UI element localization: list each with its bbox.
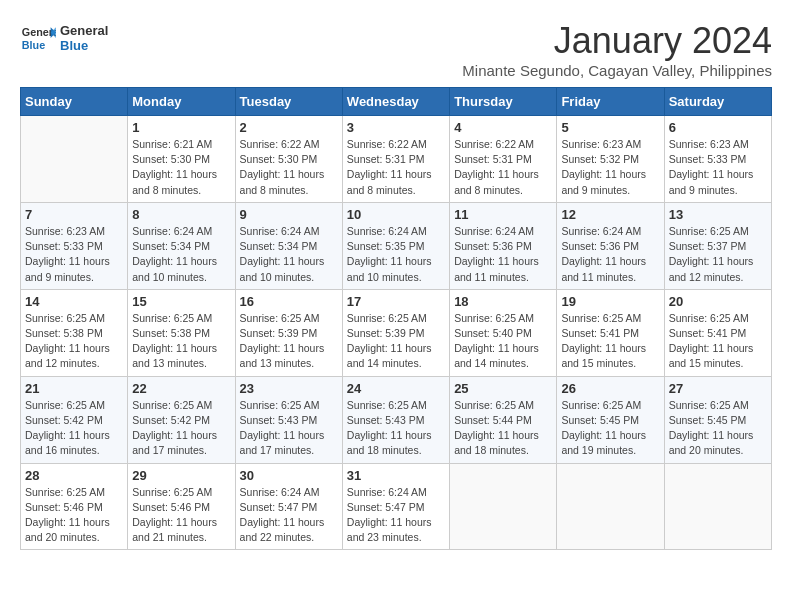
day-info: Sunrise: 6:24 AMSunset: 5:34 PMDaylight:… — [240, 224, 338, 285]
day-number: 2 — [240, 120, 338, 135]
day-number: 16 — [240, 294, 338, 309]
day-info: Sunrise: 6:25 AMSunset: 5:44 PMDaylight:… — [454, 398, 552, 459]
day-cell: 14Sunrise: 6:25 AMSunset: 5:38 PMDayligh… — [21, 289, 128, 376]
subtitle: Minante Segundo, Cagayan Valley, Philipp… — [462, 62, 772, 79]
day-info: Sunrise: 6:24 AMSunset: 5:36 PMDaylight:… — [454, 224, 552, 285]
day-number: 25 — [454, 381, 552, 396]
day-info: Sunrise: 6:25 AMSunset: 5:41 PMDaylight:… — [669, 311, 767, 372]
day-number: 19 — [561, 294, 659, 309]
day-info: Sunrise: 6:25 AMSunset: 5:37 PMDaylight:… — [669, 224, 767, 285]
day-cell — [557, 463, 664, 550]
week-row-5: 28Sunrise: 6:25 AMSunset: 5:46 PMDayligh… — [21, 463, 772, 550]
week-row-1: 1Sunrise: 6:21 AMSunset: 5:30 PMDaylight… — [21, 116, 772, 203]
day-cell: 21Sunrise: 6:25 AMSunset: 5:42 PMDayligh… — [21, 376, 128, 463]
day-number: 10 — [347, 207, 445, 222]
day-cell: 26Sunrise: 6:25 AMSunset: 5:45 PMDayligh… — [557, 376, 664, 463]
day-cell: 24Sunrise: 6:25 AMSunset: 5:43 PMDayligh… — [342, 376, 449, 463]
day-info: Sunrise: 6:23 AMSunset: 5:33 PMDaylight:… — [25, 224, 123, 285]
day-info: Sunrise: 6:24 AMSunset: 5:36 PMDaylight:… — [561, 224, 659, 285]
day-number: 30 — [240, 468, 338, 483]
day-info: Sunrise: 6:23 AMSunset: 5:33 PMDaylight:… — [669, 137, 767, 198]
title-section: January 2024 Minante Segundo, Cagayan Va… — [462, 20, 772, 79]
logo: General Blue General Blue — [20, 20, 108, 56]
day-info: Sunrise: 6:25 AMSunset: 5:46 PMDaylight:… — [132, 485, 230, 546]
day-cell: 25Sunrise: 6:25 AMSunset: 5:44 PMDayligh… — [450, 376, 557, 463]
day-cell: 29Sunrise: 6:25 AMSunset: 5:46 PMDayligh… — [128, 463, 235, 550]
day-info: Sunrise: 6:24 AMSunset: 5:47 PMDaylight:… — [240, 485, 338, 546]
col-header-wednesday: Wednesday — [342, 88, 449, 116]
day-number: 21 — [25, 381, 123, 396]
day-number: 14 — [25, 294, 123, 309]
day-number: 12 — [561, 207, 659, 222]
day-cell: 4Sunrise: 6:22 AMSunset: 5:31 PMDaylight… — [450, 116, 557, 203]
day-cell: 28Sunrise: 6:25 AMSunset: 5:46 PMDayligh… — [21, 463, 128, 550]
day-cell: 16Sunrise: 6:25 AMSunset: 5:39 PMDayligh… — [235, 289, 342, 376]
day-cell: 7Sunrise: 6:23 AMSunset: 5:33 PMDaylight… — [21, 202, 128, 289]
day-number: 5 — [561, 120, 659, 135]
day-info: Sunrise: 6:25 AMSunset: 5:40 PMDaylight:… — [454, 311, 552, 372]
day-cell: 17Sunrise: 6:25 AMSunset: 5:39 PMDayligh… — [342, 289, 449, 376]
svg-text:Blue: Blue — [22, 39, 45, 51]
col-header-friday: Friday — [557, 88, 664, 116]
day-number: 8 — [132, 207, 230, 222]
day-cell: 20Sunrise: 6:25 AMSunset: 5:41 PMDayligh… — [664, 289, 771, 376]
day-cell: 2Sunrise: 6:22 AMSunset: 5:30 PMDaylight… — [235, 116, 342, 203]
day-number: 29 — [132, 468, 230, 483]
day-number: 4 — [454, 120, 552, 135]
day-cell — [21, 116, 128, 203]
day-number: 31 — [347, 468, 445, 483]
day-cell: 18Sunrise: 6:25 AMSunset: 5:40 PMDayligh… — [450, 289, 557, 376]
day-info: Sunrise: 6:25 AMSunset: 5:38 PMDaylight:… — [132, 311, 230, 372]
day-cell: 15Sunrise: 6:25 AMSunset: 5:38 PMDayligh… — [128, 289, 235, 376]
logo-general-text: General — [60, 23, 108, 38]
day-number: 11 — [454, 207, 552, 222]
day-number: 22 — [132, 381, 230, 396]
day-number: 20 — [669, 294, 767, 309]
day-cell: 10Sunrise: 6:24 AMSunset: 5:35 PMDayligh… — [342, 202, 449, 289]
day-info: Sunrise: 6:25 AMSunset: 5:45 PMDaylight:… — [561, 398, 659, 459]
day-cell: 11Sunrise: 6:24 AMSunset: 5:36 PMDayligh… — [450, 202, 557, 289]
col-header-saturday: Saturday — [664, 88, 771, 116]
day-info: Sunrise: 6:25 AMSunset: 5:42 PMDaylight:… — [132, 398, 230, 459]
day-info: Sunrise: 6:24 AMSunset: 5:35 PMDaylight:… — [347, 224, 445, 285]
logo-blue-text: Blue — [60, 38, 108, 53]
logo-icon: General Blue — [20, 20, 56, 56]
calendar-table: SundayMondayTuesdayWednesdayThursdayFrid… — [20, 87, 772, 550]
day-number: 28 — [25, 468, 123, 483]
day-info: Sunrise: 6:22 AMSunset: 5:31 PMDaylight:… — [454, 137, 552, 198]
day-cell: 6Sunrise: 6:23 AMSunset: 5:33 PMDaylight… — [664, 116, 771, 203]
day-cell — [664, 463, 771, 550]
day-cell: 1Sunrise: 6:21 AMSunset: 5:30 PMDaylight… — [128, 116, 235, 203]
day-number: 15 — [132, 294, 230, 309]
day-info: Sunrise: 6:24 AMSunset: 5:34 PMDaylight:… — [132, 224, 230, 285]
day-cell — [450, 463, 557, 550]
day-info: Sunrise: 6:25 AMSunset: 5:46 PMDaylight:… — [25, 485, 123, 546]
day-number: 27 — [669, 381, 767, 396]
header-row: SundayMondayTuesdayWednesdayThursdayFrid… — [21, 88, 772, 116]
day-info: Sunrise: 6:25 AMSunset: 5:42 PMDaylight:… — [25, 398, 123, 459]
col-header-monday: Monday — [128, 88, 235, 116]
day-number: 9 — [240, 207, 338, 222]
day-number: 1 — [132, 120, 230, 135]
day-cell: 3Sunrise: 6:22 AMSunset: 5:31 PMDaylight… — [342, 116, 449, 203]
day-cell: 13Sunrise: 6:25 AMSunset: 5:37 PMDayligh… — [664, 202, 771, 289]
day-info: Sunrise: 6:24 AMSunset: 5:47 PMDaylight:… — [347, 485, 445, 546]
day-number: 18 — [454, 294, 552, 309]
week-row-3: 14Sunrise: 6:25 AMSunset: 5:38 PMDayligh… — [21, 289, 772, 376]
day-cell: 5Sunrise: 6:23 AMSunset: 5:32 PMDaylight… — [557, 116, 664, 203]
day-number: 23 — [240, 381, 338, 396]
col-header-thursday: Thursday — [450, 88, 557, 116]
day-info: Sunrise: 6:25 AMSunset: 5:43 PMDaylight:… — [240, 398, 338, 459]
day-cell: 19Sunrise: 6:25 AMSunset: 5:41 PMDayligh… — [557, 289, 664, 376]
col-header-sunday: Sunday — [21, 88, 128, 116]
day-cell: 27Sunrise: 6:25 AMSunset: 5:45 PMDayligh… — [664, 376, 771, 463]
day-number: 24 — [347, 381, 445, 396]
day-info: Sunrise: 6:23 AMSunset: 5:32 PMDaylight:… — [561, 137, 659, 198]
day-number: 7 — [25, 207, 123, 222]
week-row-4: 21Sunrise: 6:25 AMSunset: 5:42 PMDayligh… — [21, 376, 772, 463]
day-info: Sunrise: 6:21 AMSunset: 5:30 PMDaylight:… — [132, 137, 230, 198]
day-cell: 22Sunrise: 6:25 AMSunset: 5:42 PMDayligh… — [128, 376, 235, 463]
day-number: 6 — [669, 120, 767, 135]
day-info: Sunrise: 6:25 AMSunset: 5:39 PMDaylight:… — [240, 311, 338, 372]
day-info: Sunrise: 6:25 AMSunset: 5:45 PMDaylight:… — [669, 398, 767, 459]
